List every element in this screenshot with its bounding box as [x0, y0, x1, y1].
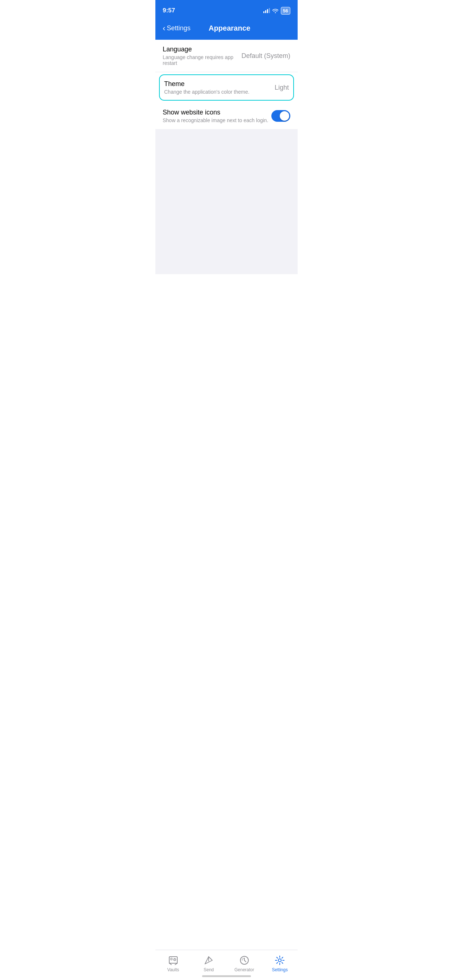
- back-button[interactable]: ‹ Settings: [163, 24, 190, 32]
- language-value: Default (System): [241, 52, 290, 60]
- battery-icon: 56: [281, 7, 290, 14]
- nav-header: ‹ Settings Appearance: [155, 20, 298, 40]
- theme-value: Light: [274, 84, 289, 92]
- language-subtitle: Language change requires app restart: [163, 54, 241, 66]
- theme-title: Theme: [164, 80, 274, 88]
- language-row[interactable]: Language Language change requires app re…: [155, 40, 298, 72]
- website-icons-toggle[interactable]: [271, 110, 290, 122]
- toggle-thumb: [280, 111, 289, 121]
- theme-row[interactable]: Theme Change the application's color the…: [159, 75, 294, 100]
- back-label: Settings: [167, 24, 190, 32]
- status-bar: 9:57 56: [155, 0, 298, 20]
- website-icons-subtitle: Show a recognizable image next to each l…: [163, 118, 271, 123]
- theme-subtitle: Change the application's color theme.: [164, 89, 274, 95]
- page-title: Appearance: [190, 24, 268, 32]
- status-icons: 56: [263, 7, 290, 14]
- status-time: 9:57: [163, 7, 175, 14]
- wifi-icon: [272, 8, 279, 13]
- language-section: Language Language change requires app re…: [155, 40, 298, 72]
- toggle-track: [271, 110, 290, 122]
- theme-section: Theme Change the application's color the…: [155, 72, 298, 103]
- content-area: Language Language change requires app re…: [155, 40, 298, 274]
- back-chevron-icon: ‹: [163, 24, 165, 32]
- website-icons-section: Show website icons Show a recognizable i…: [155, 103, 298, 129]
- website-icons-title: Show website icons: [163, 109, 271, 116]
- signal-icon: [263, 8, 270, 13]
- language-title: Language: [163, 46, 241, 53]
- website-icons-row[interactable]: Show website icons Show a recognizable i…: [155, 103, 298, 129]
